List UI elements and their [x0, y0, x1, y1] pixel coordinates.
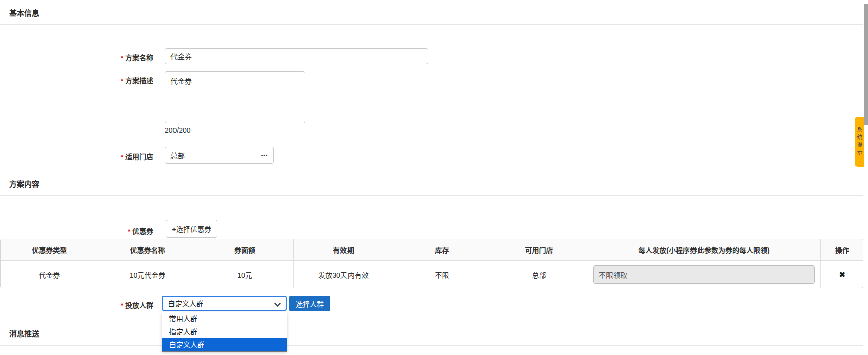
- col-header-face-value: 券面额: [197, 239, 293, 261]
- required-asterisk: *: [121, 153, 123, 161]
- col-header-action: 操作: [820, 239, 863, 261]
- col-header-coupon-type: 优惠券类型: [1, 239, 99, 261]
- plan-content-section-title: 方案内容: [9, 178, 39, 189]
- cell-action: ✖: [820, 261, 863, 288]
- col-header-stock: 库存: [394, 239, 490, 261]
- ellipsis-icon: •••: [261, 153, 268, 158]
- cell-coupon-name: 10元代金券: [99, 261, 197, 288]
- scrollbar-thumb[interactable]: [864, 4, 868, 125]
- add-coupon-button[interactable]: +选择优惠券: [166, 220, 217, 238]
- table-header-row: 优惠券类型 优惠券名称 券面额 有效期 库存 可用门店 每人发放(小程序券此参数…: [1, 239, 863, 261]
- cell-per-person: [588, 261, 820, 288]
- cell-stores: 总部: [490, 261, 588, 288]
- col-header-per-person: 每人发放(小程序券此参数为券的每人限领): [588, 239, 820, 261]
- store-label: *适用门店: [68, 151, 153, 161]
- cell-validity: 发放30天内有效: [293, 261, 394, 288]
- audience-label: *投放人群: [68, 300, 153, 310]
- coupon-table: 优惠券类型 优惠券名称 券面额 有效期 库存 可用门店 每人发放(小程序券此参数…: [0, 239, 863, 288]
- plan-name-input[interactable]: [165, 48, 428, 64]
- store-input[interactable]: [165, 147, 255, 164]
- delete-row-icon[interactable]: ✖: [839, 270, 845, 279]
- system-tip-tab[interactable]: 系统提示: [855, 117, 864, 167]
- audience-select-value: 自定义人群: [168, 298, 203, 308]
- col-header-stores: 可用门店: [490, 239, 588, 261]
- per-person-limit-input: [593, 265, 815, 284]
- section-divider: [0, 195, 863, 196]
- audience-dropdown: 常用人群 指定人群 自定义人群: [162, 312, 287, 352]
- table-row: 代金券 10元代金券 10元 发放30天内有效 不限 总部 ✖: [1, 261, 863, 288]
- coupon-plan-form-page: 基本信息 *方案名称 *方案描述 代金券 200/200 *适用门店 ••• 方…: [0, 0, 868, 355]
- col-header-validity: 有效期: [293, 239, 394, 261]
- cell-stock: 不限: [394, 261, 490, 288]
- choose-audience-button[interactable]: 选择人群: [289, 296, 330, 311]
- required-asterisk: *: [128, 228, 130, 235]
- system-tip-tab-label: 系统提示: [855, 127, 864, 157]
- message-push-section-title: 消息推送: [9, 328, 39, 338]
- char-counter: 200/200: [165, 126, 191, 134]
- col-header-coupon-name: 优惠券名称: [99, 239, 197, 261]
- section-divider: [0, 24, 863, 25]
- dropdown-option-common[interactable]: 常用人群: [162, 312, 287, 325]
- dropdown-option-custom[interactable]: 自定义人群: [162, 338, 287, 351]
- section-divider: [0, 345, 863, 346]
- audience-select[interactable]: 自定义人群: [162, 296, 287, 311]
- store-more-button[interactable]: •••: [255, 147, 274, 164]
- chevron-down-icon: [274, 300, 281, 307]
- dropdown-option-specified[interactable]: 指定人群: [162, 325, 287, 338]
- plan-desc-label: *方案描述: [68, 75, 153, 85]
- plan-desc-textarea[interactable]: 代金券: [165, 71, 305, 123]
- cell-face-value: 10元: [197, 261, 293, 288]
- coupon-label: *优惠券: [68, 226, 153, 236]
- basic-info-section-title: 基本信息: [9, 7, 39, 18]
- required-asterisk: *: [121, 54, 123, 62]
- plan-name-label: *方案名称: [68, 52, 153, 62]
- required-asterisk: *: [121, 302, 123, 309]
- cell-coupon-type: 代金券: [1, 261, 99, 288]
- required-asterisk: *: [121, 77, 123, 85]
